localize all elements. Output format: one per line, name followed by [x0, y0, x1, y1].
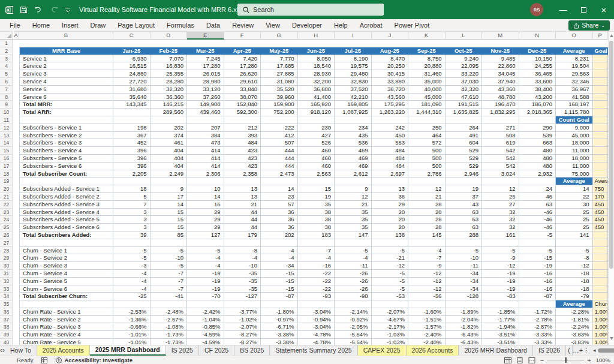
- cell-C10[interactable]: [113, 109, 151, 116]
- cell-L40[interactable]: -6.43%: [446, 339, 483, 345]
- cell-J26[interactable]: 138: [372, 231, 409, 239]
- cell-A39[interactable]: [13, 331, 19, 339]
- cell-J37[interactable]: -4.67%: [372, 316, 409, 324]
- cell-K8[interactable]: 45,000: [408, 94, 446, 101]
- cell-P19[interactable]: Avera: [593, 178, 609, 185]
- cell-N29[interactable]: -15: [519, 254, 556, 262]
- cell-A2[interactable]: [13, 47, 19, 55]
- cell-K36[interactable]: -1.60%: [408, 308, 446, 316]
- scroll-down-icon[interactable]: [610, 337, 613, 340]
- cell-J24[interactable]: 20: [372, 216, 409, 224]
- cell-J17[interactable]: 484: [372, 163, 409, 170]
- cell-K16[interactable]: 500: [408, 155, 446, 163]
- cell-M28[interactable]: -5: [482, 247, 519, 255]
- cell-O2[interactable]: Average: [556, 47, 593, 55]
- cell-M22[interactable]: 27: [482, 201, 519, 209]
- row-header-33[interactable]: 33: [0, 285, 13, 293]
- cell-N14[interactable]: 663: [519, 139, 556, 147]
- cell-F16[interactable]: 423: [224, 155, 261, 163]
- cell-N15[interactable]: 480: [519, 147, 556, 155]
- cell-B7[interactable]: Service 5: [19, 86, 113, 94]
- cell-A4[interactable]: [13, 62, 19, 70]
- cell-E22[interactable]: 16: [187, 201, 224, 209]
- cell-P30[interactable]: [593, 262, 609, 270]
- cell-D37[interactable]: -2.67%: [151, 316, 188, 324]
- cell-H23[interactable]: 38: [298, 209, 335, 216]
- cell-A21[interactable]: [13, 193, 19, 201]
- cell-J18[interactable]: 2,697: [372, 170, 409, 178]
- cell-M14[interactable]: 619: [482, 139, 519, 147]
- cell-C30[interactable]: -3: [113, 262, 151, 270]
- cell-M32[interactable]: -19: [482, 278, 519, 285]
- row-header-29[interactable]: 29: [0, 254, 13, 262]
- cell-I17[interactable]: 469: [335, 163, 372, 170]
- cell-L24[interactable]: 63: [446, 216, 483, 224]
- row-header-34[interactable]: 34: [0, 293, 13, 300]
- cell-D18[interactable]: 2,249: [151, 170, 188, 178]
- cell-A12[interactable]: [13, 124, 19, 132]
- cell-A27[interactable]: [13, 239, 19, 247]
- cell-H12[interactable]: 230: [298, 124, 335, 132]
- cell-I8[interactable]: 42,210: [335, 94, 372, 101]
- cell-H39[interactable]: -4.78%: [298, 331, 335, 339]
- cell-O26[interactable]: 141: [556, 231, 593, 239]
- cell-F6[interactable]: 29,610: [224, 78, 261, 86]
- cell-I20[interactable]: 9: [335, 185, 372, 193]
- cell-O31[interactable]: -18: [556, 270, 593, 278]
- cell-L2[interactable]: Oct-25: [446, 47, 483, 55]
- cell-H30[interactable]: -16: [298, 262, 335, 270]
- cell-K7[interactable]: 40,000: [408, 86, 446, 94]
- cell-A13[interactable]: [13, 132, 19, 140]
- cell-L12[interactable]: 264: [446, 124, 483, 132]
- cell-F14[interactable]: 484: [224, 139, 261, 147]
- cell-N19[interactable]: [519, 178, 556, 185]
- cell-J5[interactable]: 30,415: [372, 70, 409, 78]
- cell-J39[interactable]: -1.03%: [372, 331, 409, 339]
- cell-J32[interactable]: -5: [372, 278, 409, 285]
- cell-I29[interactable]: -4: [335, 254, 372, 262]
- column-header-N[interactable]: N: [519, 32, 556, 40]
- cell-L15[interactable]: 529: [446, 147, 483, 155]
- cell-J2[interactable]: Aug-25: [372, 47, 409, 55]
- cell-C33[interactable]: -4: [113, 285, 151, 293]
- cell-O14[interactable]: 18,000: [556, 139, 593, 147]
- cell-P14[interactable]: [593, 139, 609, 147]
- row-header-40[interactable]: 40: [0, 339, 13, 345]
- cell-P36[interactable]: 1.00%: [593, 308, 609, 316]
- cell-M5[interactable]: 34,045: [482, 70, 519, 78]
- cell-M15[interactable]: 542: [482, 147, 519, 155]
- row-header-1[interactable]: 1: [0, 40, 13, 47]
- cell-P12[interactable]: [593, 124, 609, 132]
- cell-H40[interactable]: -4.78%: [298, 339, 335, 345]
- cell-L32[interactable]: -34: [446, 278, 483, 285]
- cell-J13[interactable]: 450: [372, 132, 409, 140]
- cell-G19[interactable]: [261, 178, 298, 185]
- cell-J31[interactable]: -5: [372, 270, 409, 278]
- cell-K6[interactable]: 35,000: [408, 78, 446, 86]
- vertical-scrollbar[interactable]: [608, 32, 614, 345]
- ribbon-tab-home[interactable]: Home: [26, 19, 56, 32]
- row-header-6[interactable]: 6: [0, 78, 13, 86]
- cell-A11[interactable]: [13, 116, 19, 124]
- cell-L14[interactable]: 604: [446, 139, 483, 147]
- cell-H21[interactable]: 19: [298, 193, 335, 201]
- cell-C29[interactable]: -5: [113, 254, 151, 262]
- cell-B21[interactable]: Subscribers Added - Service 2: [19, 193, 113, 201]
- cell-E35[interactable]: [187, 300, 224, 308]
- cell-J6[interactable]: 33,880: [372, 78, 409, 86]
- cell-B27[interactable]: [19, 239, 113, 247]
- ribbon-tab-file[interactable]: File: [4, 19, 26, 32]
- row-header-26[interactable]: 26: [0, 231, 13, 239]
- cell-G30[interactable]: -34: [261, 262, 298, 270]
- cell-I16[interactable]: 469: [335, 155, 372, 163]
- column-header-M[interactable]: M: [482, 32, 519, 40]
- cell-J11[interactable]: [372, 116, 409, 124]
- row-header-3[interactable]: 3: [0, 55, 13, 63]
- cell-D33[interactable]: -7: [151, 285, 188, 293]
- cell-N10[interactable]: 2,018,365: [519, 109, 556, 116]
- cell-O30[interactable]: -12: [556, 262, 593, 270]
- cell-D4[interactable]: 16,830: [151, 62, 188, 70]
- cell-N9[interactable]: 186,070: [519, 101, 556, 109]
- cell-D15[interactable]: 404: [151, 147, 188, 155]
- cell-G11[interactable]: [261, 116, 298, 124]
